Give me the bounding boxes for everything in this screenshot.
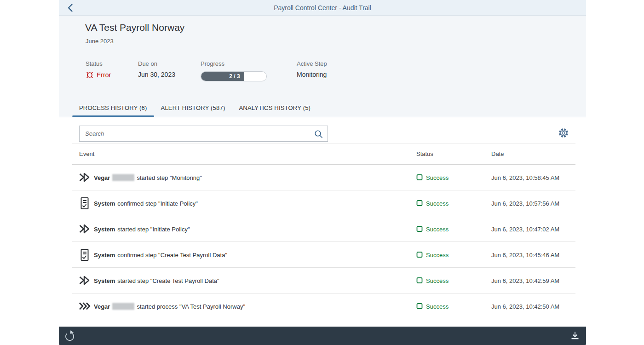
- active-step-value: Monitoring: [297, 71, 327, 78]
- status-value: Error: [86, 71, 111, 79]
- facet-progress: Progress 2 / 3: [201, 60, 267, 81]
- facet-due-on: Due on Jun 30, 2023: [138, 60, 175, 78]
- page-title: VA Test Payroll Norway: [85, 22, 184, 33]
- settings-gear-icon[interactable]: [557, 126, 570, 139]
- table-row: System started step "Create Test Payroll…: [72, 268, 575, 293]
- success-checkbox-icon: [416, 252, 423, 258]
- status-text: Error: [97, 71, 111, 79]
- date-cell: Jun 6, 2023, 10:45:46 AM: [491, 251, 559, 258]
- table-header: Event Status Date: [72, 143, 575, 165]
- column-header-event: Event: [79, 150, 94, 157]
- progress-label: Progress: [201, 60, 267, 67]
- table-row: System confirmed step "Create Test Payro…: [72, 242, 575, 268]
- refresh-icon[interactable]: [63, 330, 76, 342]
- status-text: Success: [426, 251, 448, 258]
- content-area: Event Status Date Vegar started step "Mo…: [59, 117, 586, 327]
- event-actor: System: [94, 251, 115, 258]
- tab-analytics-history[interactable]: ANALYTICS HISTORY (5): [232, 104, 317, 117]
- error-icon: [86, 71, 94, 79]
- date-cell: Jun 6, 2023, 10:47:02 AM: [491, 225, 559, 232]
- event-actor: System: [94, 277, 115, 284]
- confirm-step-icon: [78, 197, 91, 209]
- status-text: Success: [426, 303, 448, 310]
- event-actor: Vegar: [94, 174, 110, 181]
- event-text: confirmed step "Create Test Payroll Data…: [117, 251, 227, 258]
- progress-value: 2 / 3: [229, 73, 240, 80]
- status-cell: Success: [416, 174, 448, 181]
- event-text: started step "Create Test Payroll Data": [117, 277, 219, 284]
- page-subtitle: June 2023: [86, 38, 114, 45]
- footer-toolbar: [59, 327, 586, 345]
- app-title: Payroll Control Center - Audit Trail: [59, 0, 586, 15]
- event-cell: Vegar started process "VA Test Payroll N…: [94, 303, 245, 310]
- success-checkbox-icon: [416, 200, 423, 207]
- column-header-date: Date: [491, 150, 504, 157]
- status-cell: Success: [416, 225, 448, 232]
- app-window: Payroll Control Center - Audit Trail VA …: [59, 0, 586, 345]
- event-text: confirmed step "Initiate Policy": [117, 200, 198, 207]
- date-cell: Jun 6, 2023, 10:58:45 AM: [491, 174, 559, 181]
- facet-active-step: Active Step Monitoring: [297, 60, 327, 78]
- event-cell: System confirmed step "Create Test Payro…: [94, 251, 227, 258]
- event-text: started step "Initiate Policy": [117, 225, 190, 232]
- shell-header: Payroll Control Center - Audit Trail: [59, 0, 586, 16]
- status-text: Success: [426, 225, 448, 232]
- tab-process-history[interactable]: PROCESS HISTORY (6): [72, 104, 154, 117]
- success-checkbox-icon: [416, 226, 423, 232]
- table-row: Vegar started process "VA Test Payroll N…: [72, 293, 575, 319]
- redacted-name: [112, 303, 134, 310]
- success-checkbox-icon: [416, 174, 423, 181]
- search-icon[interactable]: [314, 129, 324, 139]
- table-row: System confirmed step "Initiate Policy" …: [72, 190, 575, 216]
- event-cell: System started step "Initiate Policy": [94, 225, 190, 232]
- status-cell: Success: [416, 277, 448, 284]
- status-text: Success: [426, 200, 448, 207]
- event-cell: System confirmed step "Initiate Policy": [94, 200, 198, 207]
- event-cell: Vegar started step "Monitoring": [94, 174, 202, 181]
- tab-alert-history[interactable]: ALERT HISTORY (587): [154, 104, 232, 117]
- event-actor: System: [94, 225, 115, 232]
- column-header-status: Status: [416, 150, 433, 157]
- start-step-icon: [78, 223, 91, 235]
- event-actor: Vegar: [94, 303, 110, 310]
- date-cell: Jun 6, 2023, 10:42:50 AM: [491, 303, 559, 310]
- success-checkbox-icon: [416, 303, 423, 310]
- tab-bar: PROCESS HISTORY (6) ALERT HISTORY (587) …: [72, 104, 317, 117]
- due-on-label: Due on: [138, 60, 175, 67]
- status-cell: Success: [416, 200, 448, 207]
- status-label: Status: [86, 60, 111, 67]
- status-cell: Success: [416, 251, 448, 258]
- due-on-value: Jun 30, 2023: [138, 71, 175, 78]
- confirm-step-icon: [78, 248, 91, 261]
- progress-bar-fill: 2 / 3: [201, 72, 244, 81]
- start-step-icon: [78, 274, 91, 287]
- status-cell: Success: [416, 303, 448, 310]
- start-step-icon: [78, 171, 91, 184]
- status-text: Success: [426, 277, 448, 284]
- table-row: System started step "Initiate Policy" Su…: [72, 216, 575, 242]
- page-header: VA Test Payroll Norway June 2023 Status …: [59, 16, 586, 117]
- redacted-name: [112, 174, 134, 181]
- status-text: Success: [426, 174, 448, 181]
- download-icon[interactable]: [569, 330, 581, 341]
- start-process-icon: [78, 300, 91, 312]
- event-text: started process "VA Test Payroll Norway": [137, 303, 245, 310]
- event-text: started step "Monitoring": [137, 174, 201, 181]
- audit-table: Event Status Date Vegar started step "Mo…: [72, 143, 575, 319]
- success-checkbox-icon: [416, 277, 423, 284]
- active-step-label: Active Step: [297, 60, 327, 67]
- event-actor: System: [94, 200, 115, 207]
- event-cell: System started step "Create Test Payroll…: [94, 277, 219, 284]
- table-row: Vegar started step "Monitoring" Success …: [72, 165, 575, 190]
- search-input[interactable]: [80, 126, 328, 141]
- search-field: [79, 126, 328, 142]
- facet-status: Status Error: [86, 60, 111, 79]
- progress-bar: 2 / 3: [201, 71, 267, 81]
- date-cell: Jun 6, 2023, 10:42:59 AM: [491, 277, 559, 284]
- date-cell: Jun 6, 2023, 10:57:56 AM: [491, 200, 559, 207]
